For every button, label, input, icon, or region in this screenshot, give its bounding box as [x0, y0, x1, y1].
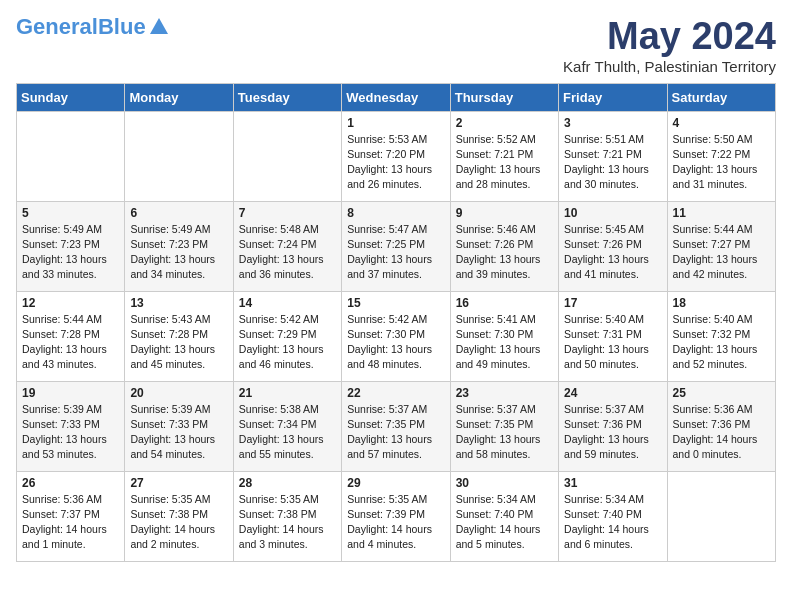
day-cell: [17, 111, 125, 201]
day-info: Sunrise: 5:37 AM Sunset: 7:35 PM Dayligh…: [347, 402, 444, 463]
day-info: Sunrise: 5:37 AM Sunset: 7:36 PM Dayligh…: [564, 402, 661, 463]
day-number: 17: [564, 296, 661, 310]
day-number: 30: [456, 476, 553, 490]
day-info: Sunrise: 5:34 AM Sunset: 7:40 PM Dayligh…: [564, 492, 661, 553]
day-number: 25: [673, 386, 770, 400]
day-cell: 29Sunrise: 5:35 AM Sunset: 7:39 PM Dayli…: [342, 471, 450, 561]
week-row: 26Sunrise: 5:36 AM Sunset: 7:37 PM Dayli…: [17, 471, 776, 561]
day-cell: 1Sunrise: 5:53 AM Sunset: 7:20 PM Daylig…: [342, 111, 450, 201]
header-row: SundayMondayTuesdayWednesdayThursdayFrid…: [17, 83, 776, 111]
logo: GeneralBlue: [16, 16, 170, 38]
day-cell: [233, 111, 341, 201]
day-cell: 28Sunrise: 5:35 AM Sunset: 7:38 PM Dayli…: [233, 471, 341, 561]
day-info: Sunrise: 5:38 AM Sunset: 7:34 PM Dayligh…: [239, 402, 336, 463]
day-cell: 27Sunrise: 5:35 AM Sunset: 7:38 PM Dayli…: [125, 471, 233, 561]
day-info: Sunrise: 5:49 AM Sunset: 7:23 PM Dayligh…: [130, 222, 227, 283]
day-info: Sunrise: 5:44 AM Sunset: 7:27 PM Dayligh…: [673, 222, 770, 283]
day-cell: [667, 471, 775, 561]
day-number: 10: [564, 206, 661, 220]
page-header: GeneralBlue May 2024 Kafr Thulth, Palest…: [16, 16, 776, 75]
day-info: Sunrise: 5:40 AM Sunset: 7:32 PM Dayligh…: [673, 312, 770, 373]
day-number: 2: [456, 116, 553, 130]
svg-marker-0: [150, 18, 168, 34]
day-number: 13: [130, 296, 227, 310]
day-number: 1: [347, 116, 444, 130]
day-number: 8: [347, 206, 444, 220]
day-cell: [125, 111, 233, 201]
day-number: 14: [239, 296, 336, 310]
day-info: Sunrise: 5:42 AM Sunset: 7:30 PM Dayligh…: [347, 312, 444, 373]
day-info: Sunrise: 5:49 AM Sunset: 7:23 PM Dayligh…: [22, 222, 119, 283]
day-number: 19: [22, 386, 119, 400]
day-info: Sunrise: 5:50 AM Sunset: 7:22 PM Dayligh…: [673, 132, 770, 193]
day-info: Sunrise: 5:47 AM Sunset: 7:25 PM Dayligh…: [347, 222, 444, 283]
day-cell: 9Sunrise: 5:46 AM Sunset: 7:26 PM Daylig…: [450, 201, 558, 291]
day-info: Sunrise: 5:35 AM Sunset: 7:39 PM Dayligh…: [347, 492, 444, 553]
day-number: 6: [130, 206, 227, 220]
day-number: 7: [239, 206, 336, 220]
day-cell: 16Sunrise: 5:41 AM Sunset: 7:30 PM Dayli…: [450, 291, 558, 381]
day-number: 3: [564, 116, 661, 130]
day-cell: 25Sunrise: 5:36 AM Sunset: 7:36 PM Dayli…: [667, 381, 775, 471]
day-info: Sunrise: 5:39 AM Sunset: 7:33 PM Dayligh…: [130, 402, 227, 463]
day-info: Sunrise: 5:37 AM Sunset: 7:35 PM Dayligh…: [456, 402, 553, 463]
day-number: 9: [456, 206, 553, 220]
day-number: 11: [673, 206, 770, 220]
header-cell-tuesday: Tuesday: [233, 83, 341, 111]
day-cell: 26Sunrise: 5:36 AM Sunset: 7:37 PM Dayli…: [17, 471, 125, 561]
day-number: 23: [456, 386, 553, 400]
day-cell: 24Sunrise: 5:37 AM Sunset: 7:36 PM Dayli…: [559, 381, 667, 471]
logo-icon: [148, 16, 170, 38]
week-row: 1Sunrise: 5:53 AM Sunset: 7:20 PM Daylig…: [17, 111, 776, 201]
day-cell: 11Sunrise: 5:44 AM Sunset: 7:27 PM Dayli…: [667, 201, 775, 291]
day-info: Sunrise: 5:52 AM Sunset: 7:21 PM Dayligh…: [456, 132, 553, 193]
day-info: Sunrise: 5:46 AM Sunset: 7:26 PM Dayligh…: [456, 222, 553, 283]
logo-text: GeneralBlue: [16, 16, 146, 38]
day-number: 20: [130, 386, 227, 400]
day-info: Sunrise: 5:45 AM Sunset: 7:26 PM Dayligh…: [564, 222, 661, 283]
logo-blue: Blue: [98, 14, 146, 39]
day-cell: 17Sunrise: 5:40 AM Sunset: 7:31 PM Dayli…: [559, 291, 667, 381]
day-cell: 6Sunrise: 5:49 AM Sunset: 7:23 PM Daylig…: [125, 201, 233, 291]
day-cell: 4Sunrise: 5:50 AM Sunset: 7:22 PM Daylig…: [667, 111, 775, 201]
day-cell: 18Sunrise: 5:40 AM Sunset: 7:32 PM Dayli…: [667, 291, 775, 381]
header-cell-sunday: Sunday: [17, 83, 125, 111]
calendar-body: 1Sunrise: 5:53 AM Sunset: 7:20 PM Daylig…: [17, 111, 776, 561]
week-row: 19Sunrise: 5:39 AM Sunset: 7:33 PM Dayli…: [17, 381, 776, 471]
week-row: 12Sunrise: 5:44 AM Sunset: 7:28 PM Dayli…: [17, 291, 776, 381]
day-number: 5: [22, 206, 119, 220]
day-cell: 15Sunrise: 5:42 AM Sunset: 7:30 PM Dayli…: [342, 291, 450, 381]
day-number: 22: [347, 386, 444, 400]
day-number: 29: [347, 476, 444, 490]
day-info: Sunrise: 5:34 AM Sunset: 7:40 PM Dayligh…: [456, 492, 553, 553]
day-info: Sunrise: 5:41 AM Sunset: 7:30 PM Dayligh…: [456, 312, 553, 373]
day-cell: 13Sunrise: 5:43 AM Sunset: 7:28 PM Dayli…: [125, 291, 233, 381]
week-row: 5Sunrise: 5:49 AM Sunset: 7:23 PM Daylig…: [17, 201, 776, 291]
day-info: Sunrise: 5:44 AM Sunset: 7:28 PM Dayligh…: [22, 312, 119, 373]
header-cell-thursday: Thursday: [450, 83, 558, 111]
title-block: May 2024 Kafr Thulth, Palestinian Territ…: [563, 16, 776, 75]
calendar-header: SundayMondayTuesdayWednesdayThursdayFrid…: [17, 83, 776, 111]
day-number: 27: [130, 476, 227, 490]
day-info: Sunrise: 5:35 AM Sunset: 7:38 PM Dayligh…: [239, 492, 336, 553]
day-info: Sunrise: 5:42 AM Sunset: 7:29 PM Dayligh…: [239, 312, 336, 373]
day-cell: 5Sunrise: 5:49 AM Sunset: 7:23 PM Daylig…: [17, 201, 125, 291]
day-cell: 19Sunrise: 5:39 AM Sunset: 7:33 PM Dayli…: [17, 381, 125, 471]
day-cell: 23Sunrise: 5:37 AM Sunset: 7:35 PM Dayli…: [450, 381, 558, 471]
day-number: 21: [239, 386, 336, 400]
day-number: 26: [22, 476, 119, 490]
day-cell: 30Sunrise: 5:34 AM Sunset: 7:40 PM Dayli…: [450, 471, 558, 561]
day-cell: 2Sunrise: 5:52 AM Sunset: 7:21 PM Daylig…: [450, 111, 558, 201]
day-number: 4: [673, 116, 770, 130]
day-info: Sunrise: 5:36 AM Sunset: 7:36 PM Dayligh…: [673, 402, 770, 463]
day-number: 15: [347, 296, 444, 310]
day-number: 18: [673, 296, 770, 310]
day-info: Sunrise: 5:43 AM Sunset: 7:28 PM Dayligh…: [130, 312, 227, 373]
subtitle: Kafr Thulth, Palestinian Territory: [563, 58, 776, 75]
day-number: 12: [22, 296, 119, 310]
day-cell: 12Sunrise: 5:44 AM Sunset: 7:28 PM Dayli…: [17, 291, 125, 381]
day-info: Sunrise: 5:48 AM Sunset: 7:24 PM Dayligh…: [239, 222, 336, 283]
day-info: Sunrise: 5:51 AM Sunset: 7:21 PM Dayligh…: [564, 132, 661, 193]
day-cell: 21Sunrise: 5:38 AM Sunset: 7:34 PM Dayli…: [233, 381, 341, 471]
header-cell-monday: Monday: [125, 83, 233, 111]
